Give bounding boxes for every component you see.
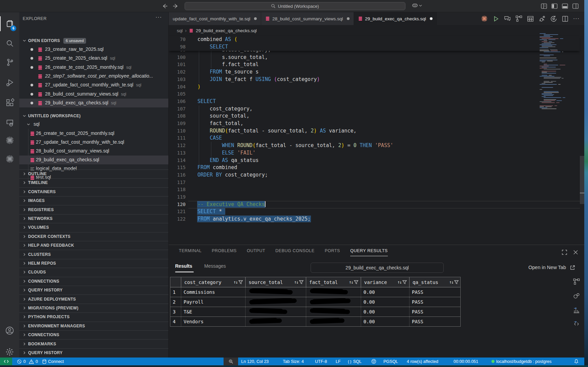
tree-file-item[interactable]: 27_update_fact_cost_monthly_with_te.sql [19,138,169,147]
sidebar-section-helm-repos[interactable]: HELM REPOS [19,259,169,268]
extension-starburst2-icon[interactable] [0,151,19,167]
open-editor-item[interactable]: 28_build_cost_summary_views.sqlsql [19,90,169,99]
sidebar-section-help-and-feedback[interactable]: HELP AND FEEDBACK [19,241,169,250]
sidebar-section-environment-managers[interactable]: ENVIRONMENT MANAGERS [19,322,169,330]
export-chart-icon[interactable] [573,307,580,313]
extension-starburst-icon[interactable] [0,132,19,148]
split-editor-icon[interactable] [562,16,568,22]
copilot-button[interactable] [412,3,422,8]
connect-status[interactable]: Connect [42,358,64,365]
problems-status[interactable]: 0 0 [17,358,38,365]
editor-tab[interactable]: 28_build_cost_summary_views.sql [261,12,354,25]
customize-layout-button[interactable] [541,3,547,9]
grid-row[interactable]: 4Vendors0.00PASS [170,317,460,327]
sidebar-section-clusters[interactable]: CLUSTERS [19,250,169,259]
maximize-panel-icon[interactable] [562,250,567,255]
command-center[interactable]: Untitled (Workspace) [185,2,405,10]
sidebar-section-connections[interactable]: CONNECTIONS [19,277,169,286]
grid-column-header[interactable]: variance↑↓ [361,277,409,287]
results-file-selector[interactable]: 29_build_exec_qa_checks.sql [311,263,444,273]
editor-tab[interactable]: update_fact_cost_monthly_with_te.sql [169,12,261,25]
tree-file-item[interactable]: 28_build_cost_summary_views.sql [19,147,169,156]
sidebar-section-migrations-preview-[interactable]: MIGRATIONS (PREVIEW) [19,304,169,312]
panel-tab-ports[interactable]: PORTS [325,248,340,256]
grid-column-header[interactable]: qa_status↑↓ [409,277,461,287]
grid-row[interactable]: 1Commissions0.00PASS [170,287,460,297]
minimap[interactable] [540,32,565,110]
grid-column-header[interactable]: fact_total↑↓ [306,277,361,287]
editor[interactable]: sql › 29_build_exec_qa_checks.sql 99 s.c… [169,25,584,245]
db-connection-status[interactable]: localhost/budgetdb : postgres [491,358,551,365]
sidebar-section-networks[interactable]: NETWORKS [19,214,169,223]
open-editor-item[interactable]: 29_build_exec_qa_checks.sqlsql [19,99,169,107]
encoding-status[interactable]: UTF-8 [315,358,327,365]
explorer-icon[interactable]: 6 [0,16,19,32]
sticky-line[interactable]: 70combined AS ( [169,36,579,43]
comments-icon[interactable] [504,16,511,22]
run-query-icon[interactable] [493,16,499,22]
notifications-bell-icon[interactable] [574,358,579,365]
eol-status[interactable]: LF [336,358,341,365]
remote-explorer-icon[interactable] [0,115,19,131]
search-icon[interactable] [0,35,19,52]
sidebar-section-python-projects[interactable]: PYTHON PROJECTS [19,312,169,321]
nav-back-icon[interactable] [162,3,168,9]
panel-tab-output[interactable]: OUTPUT [247,248,265,256]
grid-row[interactable]: 3T&E0.00PASS [170,307,460,317]
open-editors-header[interactable]: OPEN EDITORS6 unsaved [19,36,169,45]
toggle-secondary-sidebar-button[interactable] [572,3,579,9]
run-debug-icon[interactable] [0,75,19,91]
sidebar-section-bookmarks[interactable]: BOOKMARKS [19,340,169,348]
sidebar-more-actions-icon[interactable]: ··· [155,14,162,20]
grid-column-header[interactable]: source_total↑↓ [245,277,306,287]
sidebar-section-query-history[interactable]: QUERY HISTORY [19,286,169,294]
sidebar-section-connections[interactable]: CONNECTIONS [19,330,169,339]
grid-row[interactable]: 2Payroll0.00PASS [170,297,460,307]
sidebar-section-images[interactable]: IMAGES [19,196,169,205]
pgsql-status[interactable]: PGSQL [383,358,398,365]
remote-indicator[interactable] [0,358,12,365]
folder-sql[interactable]: sql [19,120,169,129]
save-results-icon[interactable] [573,278,580,285]
breadcrumb-file[interactable]: 29_build_exec_qa_checks.sql [196,28,257,33]
source-control-icon[interactable] [0,54,19,70]
grid-column-header[interactable]: cost_category↑↓ [181,277,245,287]
toggle-sidebar-button[interactable] [551,3,558,9]
sidebar-section-volumes[interactable]: VOLUMES [19,223,169,232]
open-in-new-tab-button[interactable]: Open in New Tab [528,265,575,270]
ai-starburst-icon[interactable] [481,15,488,22]
open-editor-item[interactable]: 27_update_fact_cost_monthly_with_te.sqls… [19,81,169,89]
tab-messages[interactable]: Messages [204,263,226,269]
results-grid-icon[interactable] [527,16,534,22]
sidebar-section-azure-deployments[interactable]: AZURE DEPLOYMENTS [19,295,169,304]
refresh-connection-icon[interactable] [550,15,557,22]
tab-results[interactable]: Results [175,263,192,269]
close-panel-icon[interactable] [573,250,578,255]
sidebar-section-timeline[interactable]: TIMELINE [19,178,169,187]
editor-scrollbar[interactable] [580,156,584,204]
panel-tab-terminal[interactable]: TERMINAL [179,248,202,256]
language-mode-status[interactable]: { }SQL [348,358,361,365]
toggle-panel-button[interactable] [562,3,568,9]
visualize-icon[interactable] [573,292,580,299]
workspace-header[interactable]: UNTITLED (WORKSPACE) [19,111,169,120]
open-editor-item[interactable]: 25_create_te_2025_clean.sqlsql [19,54,169,63]
panel-tab-debug-console[interactable]: DEBUG CONSOLE [275,248,315,256]
zoom-status-icon[interactable] [224,358,238,365]
sidebar-section-outline[interactable]: OUTLINE [19,169,169,178]
cursor-position-status[interactable]: Ln 120, Col 23 [241,358,269,365]
session-icon[interactable] [516,15,522,22]
breadcrumb[interactable]: sql › 29_build_exec_qa_checks.sql [177,25,257,36]
connection-plug-icon[interactable] [539,15,545,22]
extensions-icon[interactable] [0,95,19,111]
open-editor-item[interactable]: 23_create_raw_te_2025.sql [19,45,169,54]
editor-tab[interactable]: 29_build_exec_qa_checks.sql [354,12,437,25]
sidebar-section-query-history[interactable]: QUERY HISTORY [19,348,169,357]
sidebar-section-registries[interactable]: REGISTRIES [19,205,169,214]
open-editor-item[interactable]: 22_step7_software_cost_per_employee_allo… [19,72,169,81]
export-json-icon[interactable] [573,321,580,328]
open-editor-item[interactable]: 26_create_te_cost_2025_monthly.sqlsql [19,63,169,72]
sidebar-section-docker-contexts[interactable]: DOCKER CONTEXTS [19,232,169,241]
nav-forward-icon[interactable] [172,3,179,9]
tree-file-item[interactable]: 29_build_exec_qa_checks.sql [19,156,169,164]
